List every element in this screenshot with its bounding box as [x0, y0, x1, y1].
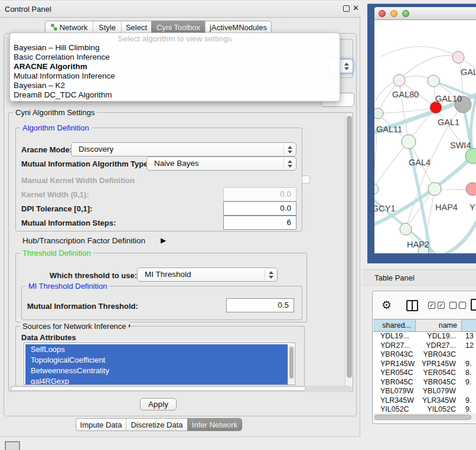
mi-threshold-field[interactable]: 0.5: [226, 298, 294, 312]
node-label: SWI4: [450, 141, 471, 150]
algorithm-option[interactable]: Bayesian – K2: [11, 81, 339, 90]
window-minimize-button[interactable]: [390, 10, 397, 17]
algorithm-option-selected[interactable]: ARACNE Algorithm: [11, 62, 339, 71]
tab-label: Cyni Toolbox: [157, 23, 200, 32]
network-canvas[interactable]: GAL GAL80 GAL10 GAL1 GAL11 SWI4 GAL4 GCY…: [374, 20, 476, 253]
node-hap2[interactable]: [400, 223, 412, 235]
window-close-button[interactable]: [379, 10, 386, 17]
select-all-checkbox-icon[interactable]: ✓: [428, 302, 435, 309]
list-item[interactable]: TopologicalCoefficient: [25, 355, 288, 366]
data-attributes-label: Data Attributes: [21, 333, 76, 342]
algorithm-option[interactable]: Bayesian – Hill Climbing: [11, 43, 339, 53]
combo-arrows-icon: [268, 270, 274, 279]
aracne-mode-value: Discovery: [79, 145, 113, 154]
hub-definition-toggle[interactable]: Hub/Transcription Factor Definition: [22, 236, 145, 245]
mi-threshold-group-title: MI Threshold Definition: [26, 282, 109, 291]
mi-steps-field[interactable]: 6: [223, 216, 296, 230]
node-gal4[interactable]: [402, 135, 416, 149]
screen: Control Panel ✕ Network Style Select Cy: [0, 0, 476, 450]
list-scrollbar[interactable]: [288, 344, 294, 384]
tab-label: Infer Network: [192, 420, 237, 429]
node-gal80[interactable]: [393, 74, 405, 86]
mi-steps-label: Mutual Information Steps:: [21, 219, 116, 227]
combo-arrows-icon: [343, 62, 350, 71]
node-label: GAL80: [392, 90, 419, 99]
cell-name: YIL052C: [416, 405, 456, 413]
kernel-width-field[interactable]: 0.0: [223, 187, 296, 201]
tab-discretize-data[interactable]: Discretize Data: [126, 418, 187, 431]
column-header-extra[interactable]: [462, 319, 476, 332]
list-item[interactable]: gal4RGexp: [25, 376, 288, 385]
window-zoom-button[interactable]: [402, 10, 409, 17]
settings-hscrollbar[interactable]: [9, 386, 352, 392]
mi-threshold-label: Mutual Information Threshold:: [27, 302, 138, 311]
settings-scrollbar[interactable]: [345, 113, 353, 391]
combo-arrows-icon: [286, 145, 293, 154]
tab-jactivemnodules[interactable]: jActiveMNodules: [205, 21, 272, 34]
float-panel-icon[interactable]: [343, 5, 350, 12]
node-gal10[interactable]: [428, 75, 439, 87]
cell-value: 9.: [465, 360, 476, 369]
network-graph: GAL GAL80 GAL10 GAL1 GAL11 SWI4 GAL4 GCY…: [374, 20, 476, 253]
cell-value: 9.: [465, 405, 476, 413]
column-header-name[interactable]: name: [416, 319, 462, 332]
tab-infer-network[interactable]: Infer Network: [187, 418, 242, 431]
cell-value: 12: [465, 341, 476, 351]
select-all-checkbox-icon[interactable]: ✓: [438, 302, 445, 309]
node-hap4[interactable]: [428, 182, 441, 195]
node-label: HAP2: [407, 240, 429, 249]
settings-scrollbar-thumb[interactable]: [347, 116, 352, 378]
cell-name: YBR043C: [416, 350, 456, 360]
tab-cyni-toolbox[interactable]: Cyni Toolbox: [151, 21, 205, 34]
which-threshold-combobox[interactable]: MI Threshold: [137, 268, 278, 282]
cell-value: 13: [465, 332, 476, 341]
deselect-all-checkbox-icon[interactable]: [459, 302, 466, 309]
column-header-shared[interactable]: shared...: [373, 319, 416, 332]
tab-select[interactable]: Select: [121, 21, 151, 34]
manual-kernel-checkbox[interactable]: [302, 175, 310, 184]
node-label: HAP4: [435, 203, 458, 212]
algorithm-option[interactable]: Dream8 DC_TDC Algorithm: [11, 90, 339, 100]
algorithm-option[interactable]: Basic Correlation Inference: [11, 53, 339, 62]
node-gal1-red[interactable]: [430, 102, 442, 113]
columns-icon[interactable]: [406, 300, 418, 311]
minimized-panel-icon[interactable]: [5, 441, 20, 450]
close-icon[interactable]: ✕: [353, 4, 359, 12]
apply-button[interactable]: Apply: [140, 398, 177, 410]
table-hscrollbar[interactable]: [373, 413, 476, 421]
collapsed-arrow-icon[interactable]: ▶: [161, 236, 166, 244]
gear-icon[interactable]: ⚙: [382, 299, 392, 311]
node-gcy1[interactable]: [374, 184, 379, 194]
mi-type-combobox[interactable]: Naive Bayes: [146, 156, 296, 171]
list-item[interactable]: SelfLoops: [25, 344, 288, 355]
which-threshold-label: Which threshold to use:: [50, 271, 137, 280]
aracne-mode-label: Aracne Mode:: [21, 145, 72, 154]
cell-shared: YBL079W: [380, 387, 416, 396]
list-scrollbar-thumb[interactable]: [289, 347, 294, 379]
data-attributes-list[interactable]: SelfLoops TopologicalCoefficient Between…: [24, 343, 295, 385]
cell-shared: YPR145W: [380, 360, 416, 369]
node-label: GAL10: [435, 94, 462, 103]
node-label: GAL4: [409, 158, 431, 167]
algorithm-option[interactable]: Mutual Information Inference: [11, 71, 339, 81]
aracne-mode-combobox[interactable]: Discovery: [71, 142, 296, 156]
node-label: Y: [470, 203, 475, 212]
tab-network[interactable]: Network: [45, 21, 93, 34]
dpi-tolerance-field[interactable]: 0.0: [223, 201, 296, 216]
tab-label: Select: [126, 23, 147, 32]
tab-style[interactable]: Style: [93, 21, 121, 34]
node-salmon[interactable]: [466, 182, 476, 195]
control-panel-titlebar: Control Panel ✕: [0, 0, 360, 18]
deselect-all-checkbox-icon[interactable]: [449, 302, 457, 309]
node-gal11[interactable]: [374, 108, 383, 119]
panel-title: Control Panel: [5, 5, 51, 14]
combo-arrows-icon: [286, 159, 293, 168]
table-hscrollbar-thumb[interactable]: [374, 415, 471, 420]
sources-group-title[interactable]: Sources for Network Inference: [20, 322, 129, 331]
list-item[interactable]: BetweennessCentrality: [25, 366, 288, 376]
tab-impute-data[interactable]: Impute Data: [76, 418, 126, 431]
new-table-icon[interactable]: [471, 299, 476, 311]
cell-shared: YER054C: [380, 369, 416, 378]
settings-hscrollbar-thumb[interactable]: [11, 386, 306, 391]
node-gal-pink[interactable]: [452, 51, 464, 63]
